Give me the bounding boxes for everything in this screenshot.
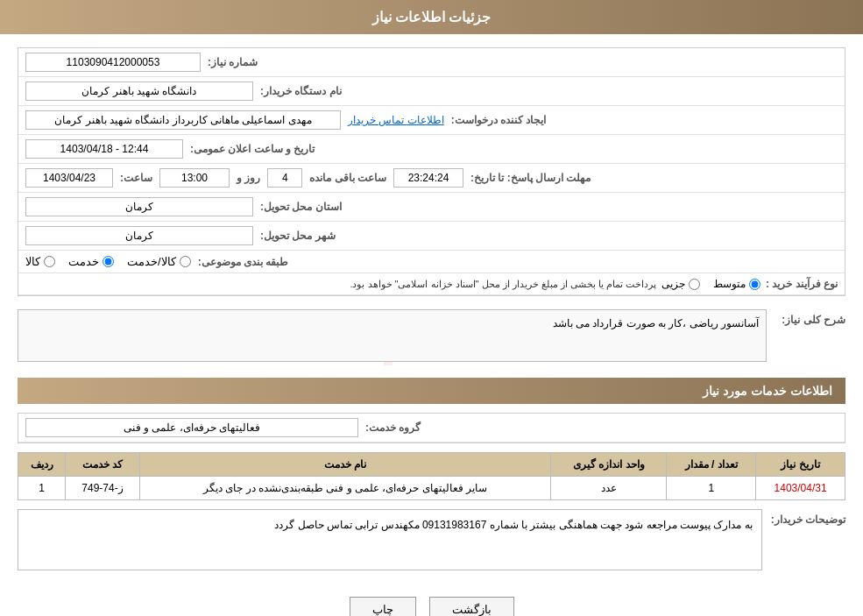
buyer-notes-label: توضیحات خریدار: bbox=[771, 509, 845, 526]
service-group-row: گروه خدمت: فعالیتهای حرفه‌ای، علمی و فنی bbox=[18, 414, 845, 443]
category-label: طبقه بندی موضوعی: bbox=[198, 256, 289, 268]
page-wrapper: جزئیات اطلاعات نیاز شماره نیاز: 11030904… bbox=[0, 0, 863, 616]
page-header: جزئیات اطلاعات نیاز bbox=[0, 0, 863, 34]
buyer-org-row: نام دستگاه خریدار: دانشگاه شهید باهنر کر… bbox=[18, 77, 845, 106]
process-jozi[interactable]: جزیی bbox=[661, 278, 700, 290]
process-motavaset[interactable]: متوسط bbox=[713, 278, 760, 290]
contact-link[interactable]: اطلاعات تماس خریدار bbox=[348, 114, 444, 126]
table-row: 1403/04/31 1 عدد سایر فعالیتهای حرفه‌ای،… bbox=[18, 477, 845, 500]
process-note: پرداخت تمام یا بخشی از مبلغ خریدار از مح… bbox=[25, 279, 656, 290]
col-row-num: ردیف bbox=[18, 453, 66, 477]
province-label: استان محل تحویل: bbox=[260, 201, 342, 213]
category-kala[interactable]: کالا bbox=[25, 255, 55, 268]
category-kala-label: کالا bbox=[25, 255, 40, 268]
buyer-notes-section: توضیحات خریدار: به مدارک پیوست مراجعه شو… bbox=[18, 509, 845, 570]
creator-label: ایجاد کننده درخواست: bbox=[451, 114, 547, 126]
category-kala-khedmat-label: کالا/خدمت bbox=[127, 255, 176, 268]
response-date-value: 1403/04/23 bbox=[25, 168, 113, 188]
buyer-notes-value: به مدارک پیوست مراجعه شود جهت هماهنگی بی… bbox=[18, 509, 762, 570]
response-day-label: روز و bbox=[237, 172, 260, 184]
city-label: شهر محل تحویل: bbox=[260, 230, 336, 242]
services-table: تاریخ نیاز تعداد / مقدار واحد اندازه گیر… bbox=[18, 452, 845, 500]
response-remain-label: ساعت باقی مانده bbox=[309, 172, 386, 184]
need-number-row: شماره نیاز: 1103090412000053 bbox=[18, 48, 845, 77]
response-days-value: 4 bbox=[267, 168, 302, 188]
description-wrapper: ⛨ // Set textarea value after DOM ready … bbox=[18, 309, 767, 365]
category-radio-group: کالا/خدمت خدمت کالا bbox=[25, 255, 191, 268]
need-number-label: شماره نیاز: bbox=[208, 56, 258, 68]
description-label: شرح کلی نیاز: bbox=[775, 309, 845, 326]
cell-row-num: 1 bbox=[18, 477, 66, 500]
buttons-row: بازگشت چاپ bbox=[18, 584, 845, 616]
response-deadline-row: مهلت ارسال پاسخ: تا تاریخ: 23:24:24 ساعت… bbox=[18, 164, 845, 193]
need-number-value: 1103090412000053 bbox=[25, 53, 201, 72]
creator-row: ایجاد کننده درخواست: اطلاعات تماس خریدار… bbox=[18, 106, 845, 135]
city-value: کرمان bbox=[25, 226, 253, 245]
announce-datetime-row: تاریخ و ساعت اعلان عمومی: 1403/04/18 - 1… bbox=[18, 135, 845, 164]
cell-service-code: ز-74-749 bbox=[66, 477, 139, 500]
col-service-name: نام خدمت bbox=[139, 453, 551, 477]
response-time-value: 13:00 bbox=[159, 168, 230, 188]
buyer-org-value: دانشگاه شهید باهنر کرمان bbox=[25, 81, 253, 101]
category-kala-khedmat[interactable]: کالا/خدمت bbox=[127, 255, 191, 268]
category-row: طبقه بندی موضوعی: کالا/خدمت خدمت کالا bbox=[18, 251, 845, 273]
description-section: شرح کلی نیاز: ⛨ // Set textarea value af… bbox=[18, 309, 845, 365]
response-remain-value: 23:24:24 bbox=[393, 168, 463, 188]
cell-date: 1403/04/31 bbox=[756, 477, 845, 500]
process-row: نوع فرآیند خرید : متوسط جزیی پرداخت تمام… bbox=[18, 273, 845, 295]
content-area: شماره نیاز: 1103090412000053 نام دستگاه … bbox=[0, 34, 863, 616]
services-section-title: اطلاعات خدمات مورد نیاز bbox=[18, 378, 845, 404]
back-button[interactable]: بازگشت bbox=[429, 597, 514, 616]
creator-value: مهدی اسماعیلی ماهانی کاربرداز دانشگاه شه… bbox=[25, 110, 341, 130]
service-group-section: گروه خدمت: فعالیتهای حرفه‌ای، علمی و فنی bbox=[18, 413, 845, 443]
col-service-code: کد خدمت bbox=[66, 453, 139, 477]
cell-quantity: 1 bbox=[667, 477, 756, 500]
category-khedmat-label: خدمت bbox=[68, 255, 99, 268]
buyer-org-label: نام دستگاه خریدار: bbox=[260, 85, 342, 97]
description-textarea[interactable] bbox=[18, 309, 767, 362]
announce-datetime-value: 1403/04/18 - 12:44 bbox=[25, 139, 183, 159]
category-khedmat[interactable]: خدمت bbox=[68, 255, 114, 268]
cell-service-name: سایر فعالیتهای حرفه‌ای، علمی و فنی طبقه‌… bbox=[139, 477, 551, 500]
province-value: کرمان bbox=[25, 197, 253, 216]
header-title: جزئیات اطلاعات نیاز bbox=[372, 10, 492, 25]
response-deadline-label: مهلت ارسال پاسخ: تا تاریخ: bbox=[470, 172, 591, 184]
process-jozi-label: جزیی bbox=[661, 278, 685, 290]
col-quantity: تعداد / مقدار bbox=[667, 453, 756, 477]
service-group-label: گروه خدمت: bbox=[365, 421, 421, 434]
cell-unit: عدد bbox=[551, 477, 667, 500]
col-unit: واحد اندازه گیری bbox=[551, 453, 667, 477]
service-group-value: فعالیتهای حرفه‌ای، علمی و فنی bbox=[25, 418, 358, 437]
process-label: نوع فرآیند خرید : bbox=[766, 278, 838, 290]
process-radio-group: متوسط جزیی bbox=[661, 278, 760, 290]
province-row: استان محل تحویل: کرمان bbox=[18, 193, 845, 222]
city-row: شهر محل تحویل: کرمان bbox=[18, 222, 845, 251]
col-date: تاریخ نیاز bbox=[756, 453, 845, 477]
process-motavaset-label: متوسط bbox=[713, 278, 746, 290]
main-info-section: شماره نیاز: 1103090412000053 نام دستگاه … bbox=[18, 47, 845, 296]
buyer-notes-wrapper: به مدارک پیوست مراجعه شود جهت هماهنگی بی… bbox=[18, 509, 762, 570]
print-button[interactable]: چاپ bbox=[350, 597, 416, 616]
response-time-label: ساعت: bbox=[120, 172, 152, 184]
announce-datetime-label: تاریخ و ساعت اعلان عمومی: bbox=[190, 143, 315, 155]
